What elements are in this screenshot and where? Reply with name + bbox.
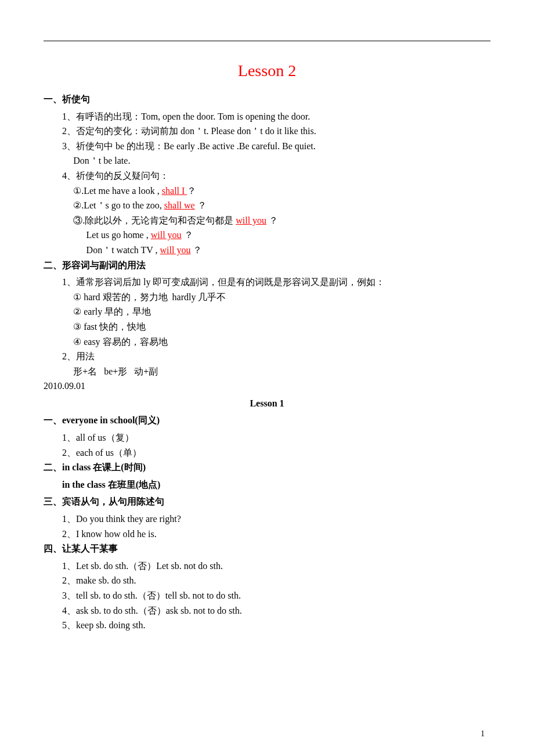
s1-4e-pre: Don＇t watch TV ,	[86, 245, 160, 255]
l4-d: 4、ask sb. to do sth.（否）ask sb. not to do…	[44, 603, 490, 618]
s1-item4c: ③.除此以外，无论肯定句和否定句都是 will you ？	[44, 213, 490, 228]
s1-4d-post: ？	[182, 230, 193, 240]
s2-item1c: ③ fast 快的，快地	[44, 319, 490, 334]
s1-item4d: Let us go home , will you ？	[44, 228, 490, 243]
l1-a: 1、all of us（复）	[44, 430, 490, 445]
s1-4b-u: shall we	[164, 200, 195, 210]
l4-b: 2、make sb. do sth.	[44, 573, 490, 588]
s1-item4: 4、祈使句的反义疑问句：	[44, 168, 490, 183]
section-2-head: 二、形容词与副词的用法	[44, 258, 490, 273]
l4-a: 1、Let sb. do sth.（否）Let sb. not do sth.	[44, 559, 490, 574]
s1-4d-pre: Let us go home ,	[86, 230, 151, 240]
s2-item2: 2、用法	[44, 349, 490, 364]
s1-4d-u: will you	[151, 230, 182, 240]
s1-4c-u: will you	[236, 215, 266, 225]
l2-head2: in the class 在班里(地点)	[44, 477, 490, 492]
s1-4a-pre: ①.Let me have a look ,	[73, 186, 162, 196]
l1-b: 2、each of us（单）	[44, 445, 490, 460]
l2-head1: 二、in class 在课上(时间)	[44, 460, 490, 475]
s1-item3b: Don＇t be late.	[44, 153, 490, 168]
s1-4a-u: shall I	[162, 186, 187, 196]
page-number: 1	[481, 729, 485, 739]
l4-c: 3、tell sb. to do sth.（否）tell sb. not to …	[44, 588, 490, 603]
s1-item2: 2、否定句的变化：动词前加 don＇t. Please don＇t do it …	[44, 124, 490, 139]
main-title: Lesson 2	[44, 62, 490, 80]
s2-item1d: ④ easy 容易的，容易地	[44, 334, 490, 350]
l4-head: 四、让某人干某事	[44, 541, 490, 556]
s1-4c-pre: ③.除此以外，无论肯定句和否定句都是	[73, 215, 236, 225]
s1-4a-post: ？	[187, 186, 196, 196]
date-line: 2010.09.01	[44, 379, 490, 394]
s1-item4e: Don＇t watch TV , will you ？	[44, 243, 490, 258]
s1-item4a: ①.Let me have a look , shall I ？	[44, 183, 490, 199]
s1-4b-post: ？	[195, 200, 207, 210]
top-divider	[44, 41, 490, 41]
s2-item1: 1、通常形容词后加 ly 即可变成副词，但是有的词既是形容词又是副词，例如：	[44, 275, 490, 290]
s2-item2a: 形+名 be+形 动+副	[44, 364, 490, 379]
l1-head: 一、everyone in school(同义)	[44, 413, 490, 428]
s1-4e-post: ？	[190, 245, 202, 255]
sub-title: Lesson 1	[44, 396, 490, 411]
s2-item1b: ② early 早的，早地	[44, 304, 490, 319]
l3-head: 三、宾语从句，从句用陈述句	[44, 494, 490, 509]
document-page: Lesson 2 一、祈使句 1、有呼语的出现：Tom, open the do…	[0, 0, 534, 756]
s2-item1a: ① hard 艰苦的，努力地 hardly 几乎不	[44, 290, 490, 305]
l3-b: 2、I know how old he is.	[44, 527, 490, 542]
section-1-head: 一、祈使句	[44, 92, 490, 107]
s1-item1: 1、有呼语的出现：Tom, open the door. Tom is open…	[44, 109, 490, 124]
l4-e: 5、keep sb. doing sth.	[44, 618, 490, 633]
s1-4e-u: will you	[160, 245, 191, 255]
s1-4c-post: ？	[266, 215, 278, 225]
s1-4b-pre: ②.Let＇s go to the zoo,	[73, 200, 164, 210]
l3-a: 1、Do you think they are right?	[44, 512, 490, 527]
s1-item3: 3、祈使句中 be 的出现：Be early .Be active .Be ca…	[44, 139, 490, 154]
s1-item4b: ②.Let＇s go to the zoo, shall we ？	[44, 198, 490, 213]
